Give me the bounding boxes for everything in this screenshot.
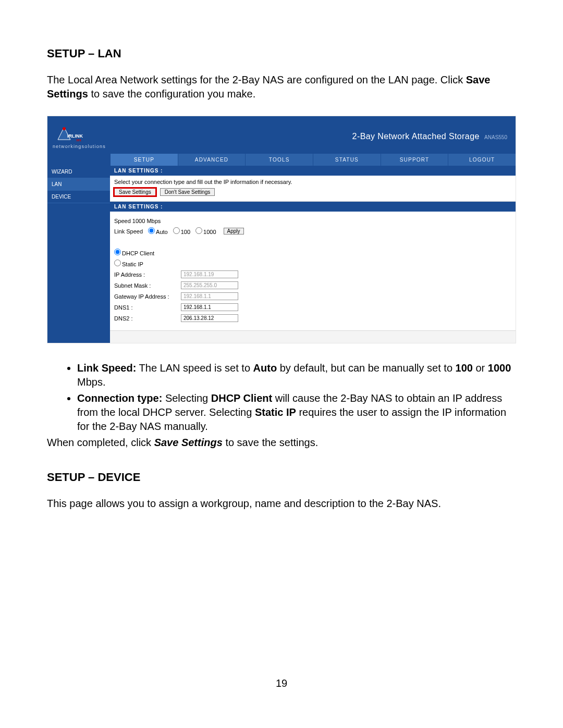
panel-body-1: Select your connection type and fill out…: [110, 176, 516, 202]
save-settings-button[interactable]: Save Settings: [114, 188, 156, 196]
notes-list: Link Speed: The LAN speed is set to Auto…: [47, 361, 516, 434]
airlink-logo-icon: IRLINK 101: [53, 124, 84, 143]
note1-t4: Mbps.: [77, 376, 105, 388]
note2-lead: Connection type:: [77, 392, 162, 404]
link-speed-1000[interactable]: 1000: [195, 227, 216, 235]
panel-title-2: LAN SETTINGS :: [110, 202, 516, 212]
radio-auto[interactable]: [148, 227, 155, 234]
radio-100-label: 100: [181, 229, 190, 235]
apply-button[interactable]: Apply: [224, 228, 244, 235]
radio-1000[interactable]: [195, 227, 202, 234]
conn-static[interactable]: Static IP: [114, 260, 143, 267]
gw-input[interactable]: [181, 292, 238, 300]
link-speed-label: Link Speed: [114, 228, 143, 235]
sidebar: WIZARD LAN DEVICE: [47, 166, 110, 343]
sidebar-item-lan[interactable]: LAN: [47, 178, 110, 191]
section-heading-device: SETUP – DEVICE: [47, 471, 516, 484]
note-link-speed: Link Speed: The LAN speed is set to Auto…: [77, 361, 516, 389]
gw-row: Gateway IP Address :: [114, 292, 511, 300]
radio-auto-label: Auto: [156, 229, 168, 235]
product-title-block: 2-Bay Network Attached Storage ANAS550: [352, 132, 507, 141]
brand-block: IRLINK 101 networkingsolutions: [53, 124, 106, 149]
link-speed-row: Link Speed Auto 100 1000 Apply: [114, 227, 511, 235]
dns2-label: DNS2 :: [114, 315, 177, 322]
gw-label: Gateway IP Address :: [114, 293, 177, 300]
svg-point-0: [63, 127, 66, 130]
nav-advanced[interactable]: ADVANCED: [178, 154, 246, 166]
panel-body-2: Speed 1000 Mbps Link Speed Auto 100 1000…: [110, 212, 516, 331]
radio-100[interactable]: [173, 227, 180, 234]
nav-bar: SETUP ADVANCED TOOLS STATUS SUPPORT LOGO…: [110, 154, 516, 166]
speed-readout-row: Speed 1000 Mbps: [114, 218, 511, 224]
nav-logout[interactable]: LOGOUT: [448, 154, 516, 166]
note-connection-type: Connection type: Selecting DHCP Client w…: [77, 391, 516, 434]
note1-b2: 100: [456, 362, 473, 374]
device-intro: This page allows you to assign a workgro…: [47, 497, 516, 511]
note1-lead: Link Speed:: [77, 362, 136, 374]
note1-b1: Auto: [253, 362, 277, 374]
conn-dhcp[interactable]: DHCP Client: [114, 249, 154, 256]
dns1-row: DNS1 :: [114, 303, 511, 311]
admin-screenshot: IRLINK 101 networkingsolutions 2-Bay Net…: [47, 116, 516, 343]
note1-t2: by default, but can be manually set to: [280, 362, 456, 374]
radio-1000-label: 1000: [203, 229, 216, 235]
page-number: 19: [47, 677, 516, 689]
nav-status[interactable]: STATUS: [313, 154, 381, 166]
sidebar-item-device[interactable]: DEVICE: [47, 191, 110, 203]
closing-paragraph: When completed, click Save Settings to s…: [47, 436, 516, 450]
radio-dhcp[interactable]: [114, 249, 121, 255]
ip-input[interactable]: [181, 270, 238, 278]
speed-readout: Speed 1000 Mbps: [114, 218, 161, 224]
panel-instruction: Select your connection type and fill out…: [114, 179, 511, 185]
radio-static-label: Static IP: [122, 261, 143, 267]
nav-spacer: [47, 154, 110, 166]
mask-row: Subnet Mask :: [114, 281, 511, 289]
brand-tagline: networkingsolutions: [53, 144, 106, 149]
intro-paragraph: The Local Area Network settings for the …: [47, 73, 516, 101]
note2-t1: Selecting: [165, 392, 211, 404]
save-button-row: Save Settings Don't Save Settings: [114, 188, 511, 196]
svg-text:101: 101: [76, 139, 82, 142]
dns2-row: DNS2 :: [114, 314, 511, 322]
note1-t3: or: [476, 362, 488, 374]
sidebar-item-wizard[interactable]: WIZARD: [47, 166, 110, 178]
nav-setup[interactable]: SETUP: [110, 154, 178, 166]
note1-t1: The LAN speed is set to: [139, 362, 253, 374]
link-speed-auto[interactable]: Auto: [148, 227, 168, 235]
dhcp-row: DHCP Client: [114, 249, 511, 256]
nav-support[interactable]: SUPPORT: [381, 154, 448, 166]
ip-label: IP Address :: [114, 272, 177, 278]
section-heading-lan: SETUP – LAN: [47, 47, 516, 60]
nav-row: SETUP ADVANCED TOOLS STATUS SUPPORT LOGO…: [47, 154, 516, 166]
dns1-label: DNS1 :: [114, 304, 177, 311]
brand-logo: IRLINK 101: [53, 124, 84, 143]
mask-label: Subnet Mask :: [114, 282, 177, 289]
product-model: ANAS550: [484, 134, 507, 140]
nav-tools[interactable]: TOOLS: [245, 154, 313, 166]
svg-text:IRLINK: IRLINK: [67, 133, 83, 139]
mask-input[interactable]: [181, 281, 238, 289]
intro-text-1: The Local Area Network settings for the …: [47, 74, 466, 85]
product-title: 2-Bay Network Attached Storage: [352, 132, 480, 141]
dns1-input[interactable]: [181, 303, 238, 311]
radio-static[interactable]: [114, 260, 121, 266]
static-row: Static IP: [114, 260, 511, 267]
link-speed-100[interactable]: 100: [173, 227, 190, 235]
panel-title-1: LAN SETTINGS :: [110, 166, 516, 176]
closing-t2: to save the settings.: [225, 437, 318, 448]
dns2-input[interactable]: [181, 314, 238, 322]
note2-b2: Static IP: [255, 406, 296, 418]
admin-body: WIZARD LAN DEVICE LAN SETTINGS : Select …: [47, 166, 516, 343]
closing-t1: When completed, click: [47, 437, 154, 448]
ip-row: IP Address :: [114, 270, 511, 278]
intro-text-2: to save the configuration you make.: [91, 88, 255, 100]
closing-bold: Save Settings: [154, 437, 223, 448]
admin-header: IRLINK 101 networkingsolutions 2-Bay Net…: [47, 116, 516, 154]
radio-dhcp-label: DHCP Client: [122, 250, 154, 256]
note1-b3: 1000: [488, 362, 511, 374]
note2-b1: DHCP Client: [211, 392, 272, 404]
dont-save-settings-button[interactable]: Don't Save Settings: [160, 188, 215, 196]
main-pane: LAN SETTINGS : Select your connection ty…: [110, 166, 516, 343]
